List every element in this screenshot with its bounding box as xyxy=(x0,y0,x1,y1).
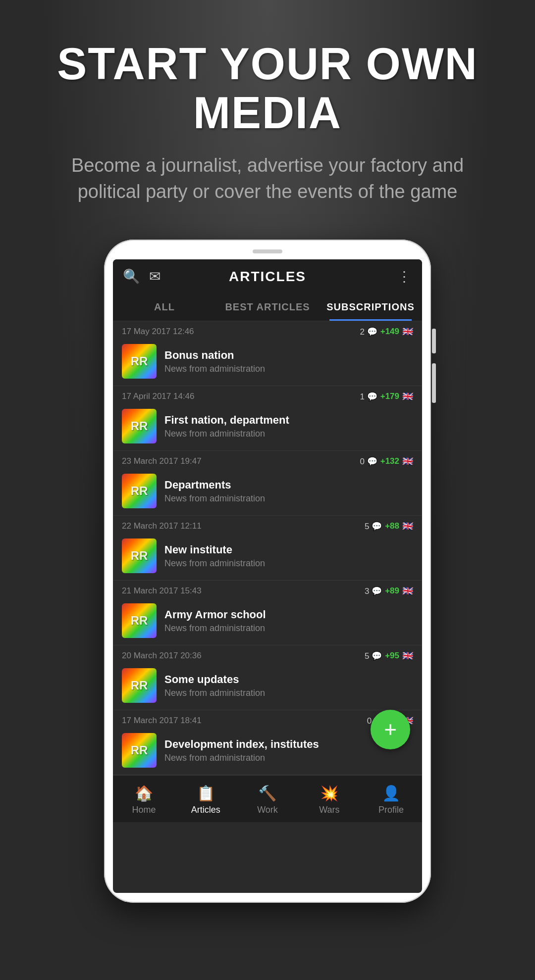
search-icon[interactable]: 🔍 xyxy=(123,268,140,285)
phone-outer: 🔍 ✉ Articles ⋮ ALL BEST ARTICLES SUBS xyxy=(104,240,431,903)
article-date: 23 March 2017 19:47 xyxy=(122,456,202,466)
nav-item-profile[interactable]: 👤 Profile xyxy=(360,776,422,822)
volume-up-button[interactable] xyxy=(432,329,436,353)
article-comment-count: 2 💬 xyxy=(360,327,377,337)
article-score: +95 xyxy=(385,651,399,661)
more-options-button[interactable]: ⋮ xyxy=(397,268,412,285)
article-comment-count: 0 💬 xyxy=(360,456,377,467)
article-content: RR First nation, department News from ad… xyxy=(113,405,422,450)
create-article-fab[interactable]: + xyxy=(371,710,410,749)
article-content: RR Some updates News from administration xyxy=(113,664,422,710)
article-score: +179 xyxy=(380,392,399,401)
list-item[interactable]: 17 May 2017 12:46 2 💬 +149 🇬🇧 RR xyxy=(113,321,422,386)
articles-list: 17 May 2017 12:46 2 💬 +149 🇬🇧 RR xyxy=(113,321,422,775)
nav-label-work: Work xyxy=(257,805,278,815)
article-date: 20 March 2017 20:36 xyxy=(122,651,202,661)
article-source: News from administration xyxy=(164,623,413,634)
article-title: New institute xyxy=(164,543,413,556)
article-title: Some updates xyxy=(164,673,413,686)
article-thumbnail: RR xyxy=(122,409,157,443)
article-content: RR Bonus nation News from administration xyxy=(113,340,422,386)
article-text: Departments News from administration xyxy=(164,479,413,504)
nav-item-wars[interactable]: 💥 Wars xyxy=(298,776,360,822)
app-header: 🔍 ✉ Articles ⋮ xyxy=(113,259,422,294)
list-item[interactable]: 23 March 2017 19:47 0 💬 +132 🇬🇧 RR xyxy=(113,451,422,516)
hero-section: Start Your Own Media Become a journalist… xyxy=(0,0,535,225)
nav-item-articles[interactable]: 📋 Articles xyxy=(175,776,237,822)
flag-icon: 🇬🇧 xyxy=(402,650,413,661)
article-comment-count: 5 💬 xyxy=(365,651,382,661)
article-content: RR New institute News from administratio… xyxy=(113,535,422,580)
app-title: Articles xyxy=(229,269,306,285)
article-title: First nation, department xyxy=(164,414,413,427)
article-date-row: 17 May 2017 12:46 2 💬 +149 🇬🇧 xyxy=(113,321,422,340)
list-item[interactable]: 20 March 2017 20:36 5 💬 +95 🇬🇧 RR xyxy=(113,645,422,710)
article-title: Army Armor school xyxy=(164,608,413,621)
nav-item-work[interactable]: 🔨 Work xyxy=(237,776,299,822)
article-date: 22 March 2017 12:11 xyxy=(122,521,202,531)
article-meta: 5 💬 +88 🇬🇧 xyxy=(365,521,413,532)
article-comment-count: 5 💬 xyxy=(365,521,382,532)
article-text: Army Armor school News from administrati… xyxy=(164,608,413,634)
article-thumbnail: RR xyxy=(122,668,157,703)
article-score: +89 xyxy=(385,586,399,596)
list-item[interactable]: 21 March 2017 15:43 3 💬 +89 🇬🇧 RR xyxy=(113,581,422,645)
article-comment-count: 3 💬 xyxy=(365,586,382,596)
hero-subtitle: Become a journalist, advertise your fact… xyxy=(69,152,466,205)
tabs-bar: ALL BEST ARTICLES SUBSCRIPTIONS xyxy=(113,294,422,321)
article-meta: 0 💬 +132 🇬🇧 xyxy=(360,456,413,467)
article-items-wrapper: 17 May 2017 12:46 2 💬 +149 🇬🇧 RR xyxy=(113,321,422,775)
flag-icon: 🇬🇧 xyxy=(402,326,413,337)
list-item[interactable]: 22 March 2017 12:11 5 💬 +88 🇬🇧 RR xyxy=(113,516,422,581)
article-source: News from administration xyxy=(164,493,413,504)
article-date-row: 21 March 2017 15:43 3 💬 +89 🇬🇧 xyxy=(113,581,422,599)
article-thumbnail: RR xyxy=(122,539,157,573)
list-item[interactable]: 17 April 2017 14:46 1 💬 +179 🇬🇧 RR xyxy=(113,386,422,451)
phone-speaker xyxy=(253,249,282,253)
articles-icon: 📋 xyxy=(197,784,215,802)
article-content: RR Departments News from administration xyxy=(113,470,422,515)
bottom-nav: 🏠 Home 📋 Articles 🔨 Work 💥 Wars xyxy=(113,775,422,822)
article-date: 17 May 2017 12:46 xyxy=(122,327,194,337)
flag-icon: 🇬🇧 xyxy=(402,586,413,596)
tab-subscriptions[interactable]: SUBSCRIPTIONS xyxy=(319,294,422,321)
nav-label-wars: Wars xyxy=(319,805,339,815)
nav-label-articles: Articles xyxy=(191,805,220,815)
profile-icon: 👤 xyxy=(382,784,400,802)
nav-label-profile: Profile xyxy=(378,805,404,815)
article-text: First nation, department News from admin… xyxy=(164,414,413,439)
article-meta: 2 💬 +149 🇬🇧 xyxy=(360,326,413,337)
article-text: New institute News from administration xyxy=(164,543,413,569)
article-meta: 5 💬 +95 🇬🇧 xyxy=(365,650,413,661)
flag-icon: 🇬🇧 xyxy=(402,456,413,467)
flag-icon: 🇬🇧 xyxy=(402,521,413,532)
article-meta: 1 💬 +179 🇬🇧 xyxy=(360,391,413,402)
article-title: Bonus nation xyxy=(164,349,413,362)
article-date: 17 April 2017 14:46 xyxy=(122,392,195,401)
tab-best-articles[interactable]: BEST ARTICLES xyxy=(216,294,319,321)
article-source: News from administration xyxy=(164,429,413,439)
article-source: News from administration xyxy=(164,688,413,698)
flag-icon: 🇬🇧 xyxy=(402,391,413,402)
article-content: RR Army Armor school News from administr… xyxy=(113,599,422,645)
article-source: News from administration xyxy=(164,753,413,763)
phone-mockup: 🔍 ✉ Articles ⋮ ALL BEST ARTICLES SUBS xyxy=(99,240,436,980)
article-thumbnail: RR xyxy=(122,733,157,768)
article-date: 17 March 2017 18:41 xyxy=(122,716,202,726)
article-date: 21 March 2017 15:43 xyxy=(122,586,202,596)
article-date-row: 17 April 2017 14:46 1 💬 +179 🇬🇧 xyxy=(113,386,422,405)
tab-all[interactable]: ALL xyxy=(113,294,216,321)
article-comment-count: 1 💬 xyxy=(360,392,377,402)
article-source: News from administration xyxy=(164,558,413,569)
wars-icon: 💥 xyxy=(320,784,338,802)
mail-icon[interactable]: ✉ xyxy=(149,268,160,285)
volume-down-button[interactable] xyxy=(432,363,436,403)
article-meta: 3 💬 +89 🇬🇧 xyxy=(365,586,413,596)
article-score: +88 xyxy=(385,521,399,531)
nav-item-home[interactable]: 🏠 Home xyxy=(113,776,175,822)
header-left-icons: 🔍 ✉ xyxy=(123,268,160,285)
article-thumbnail: RR xyxy=(122,603,157,638)
article-source: News from administration xyxy=(164,364,413,374)
article-date-row: 23 March 2017 19:47 0 💬 +132 🇬🇧 xyxy=(113,451,422,470)
hero-title: Start Your Own Media xyxy=(30,40,505,138)
